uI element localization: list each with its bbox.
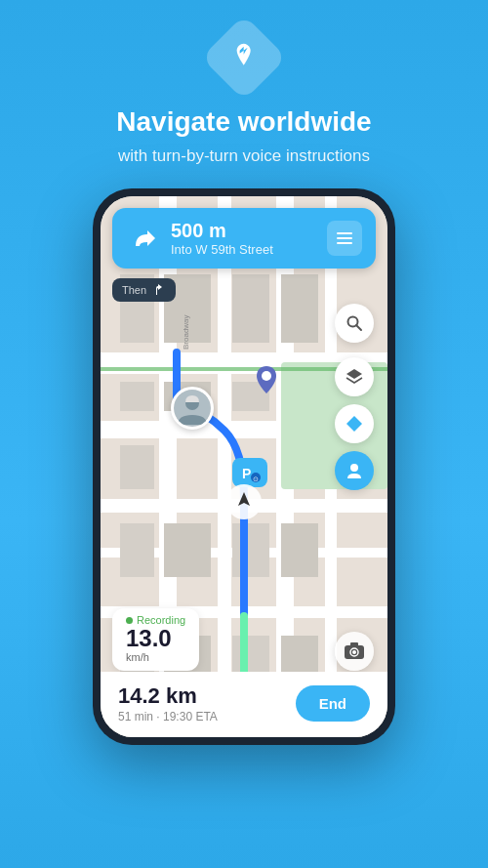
svg-text:P: P (242, 466, 251, 481)
nav-menu-button[interactable] (327, 221, 362, 256)
turn-icon (126, 221, 161, 256)
svg-text:Broadway: Broadway (182, 315, 190, 351)
layers-button[interactable] (335, 357, 374, 396)
phone-screen: Broadway 500 m Into W 59th Street (101, 196, 387, 737)
profile-icon (345, 461, 364, 480)
svg-rect-15 (120, 382, 154, 411)
speed-value: 13.0 (126, 626, 185, 651)
svg-rect-13 (232, 274, 269, 343)
svg-rect-14 (281, 274, 318, 343)
svg-point-30 (350, 464, 358, 472)
svg-rect-19 (120, 523, 154, 577)
svg-point-40 (352, 650, 356, 654)
bottom-info: 14.2 km 51 min · 19:30 ETA (118, 683, 218, 723)
then-strip: Then (112, 278, 176, 302)
location-button[interactable] (335, 404, 374, 443)
then-label: Then (122, 284, 146, 296)
profile-button[interactable] (335, 451, 374, 490)
action-buttons (335, 357, 374, 490)
speed-panel: Recording 13.0 km/h (112, 608, 199, 671)
menu-line-3 (337, 242, 352, 244)
svg-rect-41 (350, 642, 358, 646)
nav-distance: 500 m (171, 220, 327, 242)
parking-marker: P ⊙ (232, 458, 267, 487)
logo-container (0, 0, 488, 88)
destination-pin (255, 364, 278, 399)
search-icon (346, 314, 363, 332)
logo-diamond (201, 15, 287, 101)
nav-street: Into W 59th Street (171, 242, 327, 257)
logo-icon (229, 40, 259, 76)
nav-arrow (226, 484, 262, 523)
nav-header: 500 m Into W 59th Street (112, 208, 376, 269)
then-turn-icon (152, 283, 166, 297)
location-icon (345, 414, 364, 434)
end-button[interactable]: End (296, 685, 370, 722)
menu-line-1 (337, 232, 352, 234)
svg-point-33 (262, 371, 271, 381)
bottom-eta: 51 min · 19:30 ETA (118, 710, 218, 723)
camera-icon (344, 641, 365, 661)
svg-rect-21 (232, 523, 269, 577)
recording-dot (126, 617, 133, 624)
headline-subtitle: with turn-by-turn voice instructions (0, 145, 488, 168)
parking-icon: P ⊙ (239, 462, 261, 483)
speed-unit: km/h (126, 651, 185, 663)
app-background: Navigate worldwide with turn-by-turn voi… (0, 0, 488, 868)
arrow-icon (226, 484, 262, 519)
avatar-image (174, 390, 211, 427)
svg-text:⊙: ⊙ (253, 475, 259, 482)
pin-icon (255, 364, 278, 395)
layers-icon (345, 367, 364, 387)
nav-info: 500 m Into W 59th Street (171, 220, 327, 257)
phone-frame: Broadway 500 m Into W 59th Street (93, 188, 395, 745)
svg-rect-20 (164, 523, 211, 577)
bottom-distance: 14.2 km (118, 683, 218, 709)
headline-title: Navigate worldwide (0, 105, 488, 139)
phone-mockup: Broadway 500 m Into W 59th Street (0, 188, 488, 745)
menu-line-2 (337, 237, 352, 239)
svg-rect-7 (218, 196, 231, 737)
svg-rect-16 (120, 445, 154, 489)
svg-rect-22 (281, 523, 318, 577)
bottom-bar: 14.2 km 51 min · 19:30 ETA End (101, 672, 387, 737)
